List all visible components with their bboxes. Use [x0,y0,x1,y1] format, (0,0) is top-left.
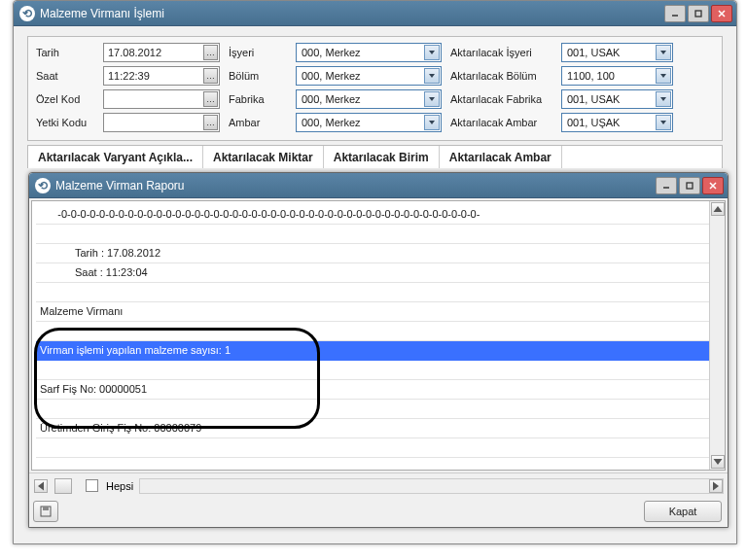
column-headers: Aktarılacak Varyant Açıkla... Aktarılaca… [27,145,723,168]
report-window: ⟲ Malzeme Virman Raporu -0-0-0-0-0-0-0-0… [28,172,729,528]
chevron-down-icon[interactable] [424,45,440,60]
a-fabrika-label: Aktarılacak Fabrika [450,93,552,105]
svg-marker-19 [713,481,719,490]
hepsi-label: Hepsi [106,480,133,492]
ambar-label: Ambar [229,117,287,128]
ambar-combo[interactable]: 000, Merkez [296,113,442,132]
svg-marker-17 [713,459,722,465]
chevron-down-icon[interactable] [656,115,671,130]
app-icon: ⟲ [35,178,51,193]
svg-marker-18 [38,481,44,490]
horizontal-scrollbar[interactable] [139,478,724,494]
saat-label: Saat [36,70,94,82]
svg-rect-1 [695,11,701,17]
a-bolum-combo[interactable]: 1100, 100 [561,66,673,86]
report-line [36,283,721,302]
svg-rect-21 [43,507,49,510]
svg-marker-6 [429,74,435,78]
maximize-button[interactable] [688,5,709,22]
report-sarf-line: Sarf Fiş No: 00000051 [36,380,721,400]
tab-ambar[interactable]: Aktarılacak Ambar [440,146,562,168]
svg-marker-4 [429,51,435,54]
ozelkod-label: Özel Kod [36,93,94,105]
hscroll-thumb[interactable] [54,478,72,494]
yetki-picker-icon[interactable]: … [203,115,218,130]
form-grid: Tarih 17.08.2012 … İşyeri 000, Merkez Ak… [27,36,723,141]
report-uretim-line: Üretimden Giriş Fiş No: 00000079 [36,419,721,438]
chevron-down-icon[interactable] [656,45,671,60]
vertical-scrollbar[interactable] [709,201,725,470]
tarih-picker-icon[interactable]: … [203,45,218,60]
a-fabrika-combo[interactable]: 001, USAK [561,89,673,109]
chevron-down-icon[interactable] [656,68,671,84]
yetki-label: Yetki Kodu [36,117,94,128]
scroll-right-icon[interactable] [709,479,723,493]
svg-rect-13 [687,183,693,189]
chevron-down-icon[interactable] [424,91,440,107]
chevron-down-icon[interactable] [424,68,440,84]
minimize-button[interactable] [664,5,686,22]
report-line [36,400,721,419]
hepsi-checkbox[interactable] [86,479,98,492]
svg-marker-5 [660,51,666,54]
a-isyeri-label: Aktarılacak İşyeri [450,47,552,58]
report-lines[interactable]: -0-0-0-0-0-0-0-0-0-0-0-0-0-0-0-0-0-0-0-0… [32,201,725,471]
chevron-down-icon[interactable] [424,115,440,130]
report-line [36,458,721,471]
fabrika-label: Fabrika [229,93,287,105]
svg-marker-11 [660,121,666,124]
fabrika-combo[interactable]: 000, Merkez [296,89,442,109]
scroll-up-icon[interactable] [711,202,725,216]
report-saat: Saat : 11:23:04 [36,263,721,283]
svg-marker-10 [429,121,435,124]
ozelkod-input[interactable]: … [103,89,220,109]
isyeri-combo[interactable]: 000, Merkez [296,43,442,62]
bolum-combo[interactable]: 000, Merkez [296,66,442,86]
report-titlebar[interactable]: ⟲ Malzeme Virman Raporu [29,173,728,198]
scroll-down-icon[interactable] [711,455,725,469]
svg-marker-9 [660,97,666,101]
form-panel: Tarih 17.08.2012 … İşyeri 000, Merkez Ak… [14,26,736,178]
kapat-button[interactable]: Kapat [644,501,722,522]
a-isyeri-combo[interactable]: 001, USAK [561,43,673,62]
chevron-down-icon[interactable] [656,91,671,107]
report-line [36,361,721,380]
report-line [36,322,721,341]
ozelkod-picker-icon[interactable]: … [203,91,218,107]
main-titlebar[interactable]: ⟲ Malzeme Virmanı İşlemi [14,1,736,26]
a-ambar-combo[interactable]: 001, UŞAK [561,113,673,132]
report-selected-line[interactable]: Virman işlemi yapılan malzeme sayısı: 1 [36,341,721,361]
svg-marker-7 [660,74,666,78]
report-maximize-button[interactable] [679,177,700,194]
scroll-left-icon[interactable] [34,479,48,493]
isyeri-label: İşyeri [229,47,287,58]
tab-birim[interactable]: Aktarılacak Birim [324,146,440,168]
report-line [36,438,721,458]
svg-marker-16 [713,206,722,212]
tarih-input[interactable]: 17.08.2012 … [103,43,220,62]
report-line: -0-0-0-0-0-0-0-0-0-0-0-0-0-0-0-0-0-0-0-0… [36,205,721,225]
tab-varyant[interactable]: Aktarılacak Varyant Açıkla... [28,146,203,168]
close-button[interactable] [711,5,732,22]
report-close-button[interactable] [702,177,724,194]
save-icon [40,506,52,517]
tarih-label: Tarih [36,47,94,58]
a-ambar-label: Aktarılacak Ambar [450,117,552,128]
saat-picker-icon[interactable]: … [203,68,218,84]
report-tarih: Tarih : 17.08.2012 [36,244,721,263]
report-window-title: Malzeme Virman Raporu [55,179,656,192]
yetki-input[interactable]: … [103,113,220,132]
report-minimize-button[interactable] [656,177,677,194]
report-footer: Kapat [29,498,728,527]
main-window-title: Malzeme Virmanı İşlemi [40,7,664,20]
report-title-line: Malzeme Virmanı [36,302,721,322]
tab-miktar[interactable]: Aktarılacak Miktar [203,146,324,168]
save-file-button[interactable] [33,501,58,522]
app-icon: ⟲ [19,6,35,21]
report-body: -0-0-0-0-0-0-0-0-0-0-0-0-0-0-0-0-0-0-0-0… [31,200,726,471]
report-line [36,225,721,244]
svg-marker-8 [429,97,435,101]
a-bolum-label: Aktarılacak Bölüm [450,70,552,82]
saat-input[interactable]: 11:22:39 … [103,66,220,86]
bolum-label: Bölüm [229,70,287,82]
